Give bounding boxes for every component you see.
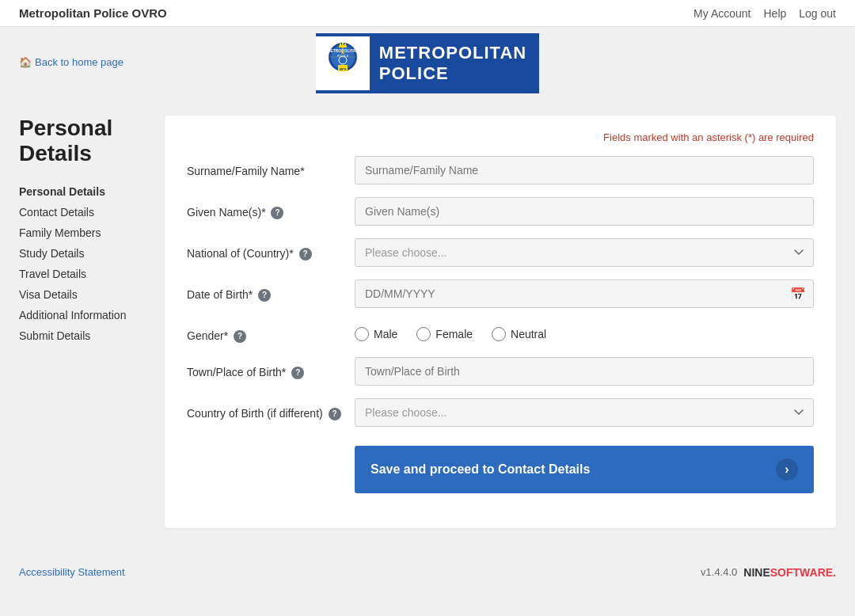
back-home-link[interactable]: 🏠 Back to home page (19, 56, 124, 68)
svg-rect-10 (344, 44, 346, 46)
town-control (355, 357, 814, 386)
page-title: Personal Details (19, 116, 146, 166)
sidebar-item-travel-details[interactable]: Travel Details (19, 264, 146, 283)
given-name-label: Given Name(s)* ? (187, 197, 345, 221)
accessibility-link[interactable]: Accessibility Statement (19, 566, 125, 578)
help-link[interactable]: Help (763, 7, 786, 20)
country-birth-group: Country of Birth (if different) ? Please… (187, 398, 814, 427)
sidebar-item-family-members[interactable]: Family Members (19, 223, 146, 242)
surname-label: Surname/Family Name* (187, 156, 345, 180)
sidebar-item-additional-information[interactable]: Additional Information (19, 306, 146, 325)
brand-name: Metropolitan Police OVRO (19, 6, 167, 20)
gender-neutral-radio[interactable] (492, 327, 506, 341)
surname-group: Surname/Family Name* (187, 156, 814, 184)
header-band: 🏠 Back to home page METROPOLITAN POLICE … (0, 27, 855, 97)
save-btn-wrap: Save and proceed to Contact Details › (355, 439, 814, 493)
gender-female-label: Female (435, 328, 473, 340)
dob-input[interactable] (355, 279, 814, 308)
sidebar-item-personal-details[interactable]: Personal Details (19, 182, 146, 201)
country-birth-control: Please choose... (355, 398, 814, 427)
given-name-help-icon[interactable]: ? (271, 207, 283, 219)
sidebar-nav: Personal Details Contact Details Family … (19, 182, 146, 345)
town-group: Town/Place of Birth* ? (187, 357, 814, 386)
dob-label: Date of Birth* ? (187, 279, 345, 303)
back-home-label: Back to home page (35, 56, 124, 68)
save-button-group: Save and proceed to Contact Details › (187, 439, 814, 493)
software-label: SOFTWARE. (770, 566, 836, 579)
version-label: v1.4.4.0 (701, 566, 737, 578)
town-help-icon[interactable]: ? (291, 367, 304, 379)
logo-line2: POLICE (379, 63, 526, 84)
crest-svg: METROPOLITAN POLICE MPS (324, 41, 362, 86)
save-proceed-arrow-icon: › (776, 458, 798, 481)
country-birth-label: Country of Birth (if different) ? (187, 398, 345, 422)
calendar-icon[interactable]: 📅 (790, 287, 806, 302)
nav-links: My Account Help Log out (694, 7, 836, 20)
given-name-control (355, 197, 814, 226)
required-note: Fields marked with an asterisk (*) are r… (187, 131, 814, 143)
save-proceed-button[interactable]: Save and proceed to Contact Details › (355, 446, 814, 493)
surname-input[interactable] (355, 156, 814, 184)
logo: METROPOLITAN POLICE MPS METROPOLITAN POL… (316, 33, 539, 93)
logout-link[interactable]: Log out (799, 7, 836, 20)
country-birth-select[interactable]: Please choose... (355, 398, 814, 427)
gender-neutral-label: Neutral (511, 328, 546, 340)
gender-group: Gender* ? Male Female Neutral (187, 321, 814, 344)
svg-rect-8 (340, 44, 341, 46)
top-nav: Metropolitan Police OVRO My Account Help… (0, 0, 855, 27)
gender-control: Male Female Neutral (355, 321, 814, 341)
gender-male-label: Male (374, 328, 397, 340)
svg-rect-9 (342, 43, 344, 46)
given-name-group: Given Name(s)* ? (187, 197, 814, 226)
sidebar-item-submit-details[interactable]: Submit Details (19, 326, 146, 345)
nationality-help-icon[interactable]: ? (299, 248, 312, 260)
gender-neutral-option[interactable]: Neutral (492, 327, 546, 341)
sidebar: Personal Details Personal Details Contac… (19, 116, 146, 528)
logo-crest: METROPOLITAN POLICE MPS (316, 36, 370, 90)
sidebar-item-visa-details[interactable]: Visa Details (19, 285, 146, 304)
town-input[interactable] (355, 357, 814, 386)
gender-male-option[interactable]: Male (355, 327, 397, 341)
gender-female-radio[interactable] (416, 327, 431, 341)
gender-radio-group: Male Female Neutral (355, 321, 814, 341)
nationality-group: National of (Country)* ? Please choose..… (187, 238, 814, 267)
main-layout: Personal Details Personal Details Contac… (0, 97, 855, 547)
date-input-wrap: 📅 (355, 279, 814, 308)
my-account-link[interactable]: My Account (694, 7, 750, 20)
gender-label: Gender* ? (187, 321, 345, 344)
dob-help-icon[interactable]: ? (258, 289, 271, 302)
nationality-select[interactable]: Please choose... (355, 238, 814, 267)
dob-control: 📅 (355, 279, 814, 308)
gender-help-icon[interactable]: ? (234, 330, 246, 343)
given-name-input[interactable] (355, 197, 814, 226)
nationality-label: National of (Country)* ? (187, 238, 345, 262)
save-proceed-label: Save and proceed to Contact Details (370, 462, 590, 477)
sidebar-item-contact-details[interactable]: Contact Details (19, 203, 146, 222)
gender-female-option[interactable]: Female (416, 327, 473, 341)
form-panel: Fields marked with an asterisk (*) are r… (165, 116, 836, 528)
footer: Accessibility Statement v1.4.4.0 NINESOF… (0, 553, 855, 591)
nationality-control: Please choose... (355, 238, 814, 267)
home-icon: 🏠 (19, 56, 32, 68)
country-birth-help-icon[interactable]: ? (329, 408, 341, 420)
sidebar-item-study-details[interactable]: Study Details (19, 244, 146, 263)
footer-right: v1.4.4.0 NINESOFTWARE. (701, 566, 836, 579)
nine-label: NINE (743, 566, 770, 579)
surname-control (355, 156, 814, 184)
svg-text:MPS: MPS (339, 67, 346, 71)
logo-text: METROPOLITAN POLICE (370, 43, 526, 85)
logo-line1: METROPOLITAN (379, 43, 526, 63)
dob-group: Date of Birth* ? 📅 (187, 279, 814, 308)
nine-software-brand: NINESOFTWARE. (743, 566, 836, 579)
town-label: Town/Place of Birth* ? (187, 357, 345, 381)
gender-male-radio[interactable] (355, 327, 369, 341)
